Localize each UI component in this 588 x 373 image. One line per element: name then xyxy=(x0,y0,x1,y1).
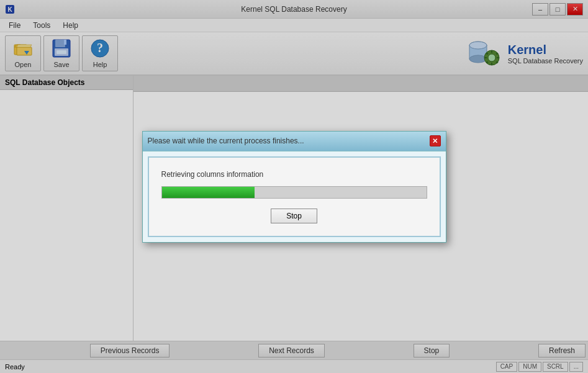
modal-status-text: Retrieving columns information xyxy=(161,170,427,179)
modal-stop-button[interactable]: Stop xyxy=(271,209,317,223)
modal-body: Retrieving columns information Stop xyxy=(148,156,441,237)
modal-overlay: Please wait while the current process fi… xyxy=(0,0,588,373)
progress-bar xyxy=(161,186,427,199)
modal-close-button[interactable]: ✕ xyxy=(430,135,441,146)
modal-title: Please wait while the current process fi… xyxy=(148,137,304,145)
modal-dialog: Please wait while the current process fi… xyxy=(142,131,446,243)
modal-titlebar: Please wait while the current process fi… xyxy=(143,132,446,151)
progress-bar-fill xyxy=(162,187,255,198)
